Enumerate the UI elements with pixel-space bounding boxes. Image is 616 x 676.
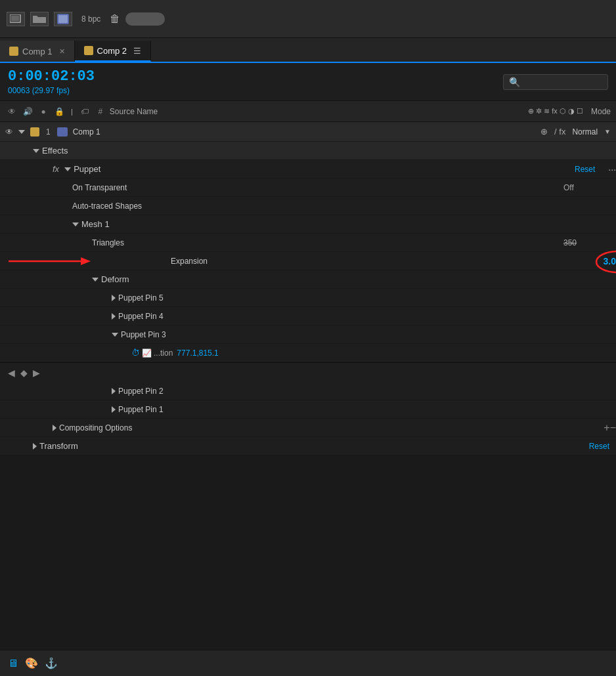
puppet-pin1-row[interactable]: Puppet Pin 1 [0,400,616,419]
layer-link-icon: ⊕ [540,127,548,137]
source-name-col: Source Name [110,107,520,116]
expand-layer-icon[interactable] [18,130,25,134]
stopwatch-icon[interactable]: ⏱ [131,348,140,358]
mesh1-expand-icon[interactable] [72,222,79,226]
triangles-row: Triangles 350 [0,234,616,252]
label-icon[interactable]: 🏷 [78,107,91,116]
puppet-expand-icon[interactable] [64,167,71,171]
top-toolbar: 8 bpc 🗑 [0,0,616,38]
pin3-expand-icon[interactable] [112,333,118,337]
search-icon: 🔍 [509,77,520,87]
pin3-position-row: ⏱ 📈 ...tion 777.1,815.1 [0,344,616,362]
comp1-icon [9,47,18,56]
trash-icon[interactable]: 🗑 [110,13,120,25]
effects-expand-icon[interactable] [33,149,39,153]
puppet-options[interactable]: ··· [608,164,616,175]
svg-point-6 [596,251,616,272]
new-layer-icon[interactable]: 🖥 [8,658,18,669]
mesh1-row[interactable]: Mesh 1 [0,215,616,234]
tab-bar: Comp 1 ✕ Comp 2 ☰ [0,38,616,63]
new-comp-icon[interactable] [7,12,25,26]
plus-icon[interactable]: + [604,422,609,434]
deform-expand-icon[interactable] [92,278,99,282]
layer-mode[interactable]: Normal [572,127,598,137]
puppet-pin5-label: Puppet Pin 5 [118,293,616,303]
fps-display: 00063 (29.97 fps) [8,86,95,95]
fx-icon: fx [53,164,59,174]
layer-fx-icon: / fx [554,127,565,137]
bottom-toolbar: 🖥 🎨 ⚓ [0,650,616,676]
puppet-label: Puppet [74,164,575,174]
graph-icon[interactable]: 📈 [142,349,152,358]
icon-row-icons: ⊕ ✲ ≋ fx ⬡ ◑ ☐ [528,107,583,116]
layer-header: 👁 🔊 ● 🔒 | 🏷 # Source Name ⊕ ✲ ≋ fx ⬡ ◑ ☐… [0,101,616,122]
on-transparent-label: On Transparent [72,183,563,192]
keyframe-icon[interactable]: ◆ [20,368,28,378]
expansion-row: Expansion 3.0 [0,252,616,270]
puppet-pin4-label: Puppet Pin 4 [118,312,616,321]
oval-button[interactable] [125,12,165,26]
search-box[interactable]: 🔍 [503,74,608,90]
on-transparent-row: On Transparent Off [0,179,616,197]
lock-icon[interactable]: 🔒 [53,107,66,116]
pin2-expand-icon[interactable] [112,388,116,394]
position-abbr: ...tion [154,349,173,358]
layer-type-icon [57,127,68,137]
pin1-expand-icon[interactable] [112,406,116,413]
red-arrow-icon [5,254,91,268]
minus-icon[interactable]: − [610,422,616,434]
mode-col: Mode [591,107,611,116]
pin5-expand-icon[interactable] [112,295,116,301]
deform-row[interactable]: Deform [0,270,616,289]
time-section: 0:00:02:03 00063 (29.97 fps) 🔍 [0,63,616,101]
deform-label: Deform [101,274,616,284]
tab1-label: Comp 1 [22,47,53,56]
solo-icon[interactable]: ● [37,107,50,116]
effects-label: Effects [42,146,616,156]
layer-name: Comp 1 [73,127,538,137]
layer-number: 1 [46,127,51,137]
prev-keyframe-icon[interactable]: ◀ [8,368,15,378]
paint-icon[interactable]: 🎨 [25,657,38,669]
comp2-icon [84,46,93,55]
tab2-menu[interactable]: ☰ [133,46,141,56]
layer-mode-arrow[interactable]: ▼ [604,128,611,135]
anchor-icon[interactable]: ⚓ [45,657,58,669]
pin4-expand-icon[interactable] [112,313,116,320]
compositing-options-row[interactable]: Compositing Options + − [0,419,616,437]
on-transparent-value[interactable]: Off [563,183,616,192]
auto-traced-row: Auto-traced Shapes [0,197,616,215]
triangles-value[interactable]: 350 [563,238,616,247]
tab-comp2[interactable]: Comp 2 ☰ [75,41,152,62]
divider1: | [71,108,73,116]
tab1-close[interactable]: ✕ [59,47,65,56]
puppet-pin3-row[interactable]: Puppet Pin 3 [0,326,616,344]
transform-expand-icon[interactable] [33,443,37,450]
properties-panel: Effects fx Puppet Reset ··· On Transpare… [0,142,616,455]
tab-comp1[interactable]: Comp 1 ✕ [0,41,75,62]
puppet-row[interactable]: fx Puppet Reset ··· [0,160,616,179]
transform-row[interactable]: Transform Reset [0,437,616,455]
next-keyframe-icon[interactable]: ▶ [33,368,40,378]
puppet-reset[interactable]: Reset [575,165,595,174]
puppet-pin5-row[interactable]: Puppet Pin 5 [0,289,616,307]
transform-reset[interactable]: Reset [589,442,609,451]
puppet-pin2-row[interactable]: Puppet Pin 2 [0,382,616,400]
bpc-label: 8 bpc [77,13,104,25]
footage-icon[interactable] [54,12,72,26]
nav-row: ◀ ◆ ▶ [0,362,616,382]
comp-options-expand-icon[interactable] [53,425,56,431]
folder-icon[interactable] [30,12,49,26]
svg-marker-5 [81,257,91,265]
expansion-circle-icon [594,249,616,274]
position-value[interactable]: 777.1,815.1 [177,349,229,358]
transform-label: Transform [39,441,589,451]
puppet-pin4-row[interactable]: Puppet Pin 4 [0,307,616,326]
layer-visibility[interactable]: 👁 [5,127,13,137]
visibility-icon[interactable]: 👁 [5,107,18,116]
svg-rect-3 [58,15,68,23]
timecode-display[interactable]: 0:00:02:03 [8,68,95,85]
audio-icon[interactable]: 🔊 [21,107,34,116]
layer-row-1[interactable]: 👁 1 Comp 1 ⊕ / fx Normal ▼ [0,122,616,142]
expansion-label: Expansion [92,257,604,266]
